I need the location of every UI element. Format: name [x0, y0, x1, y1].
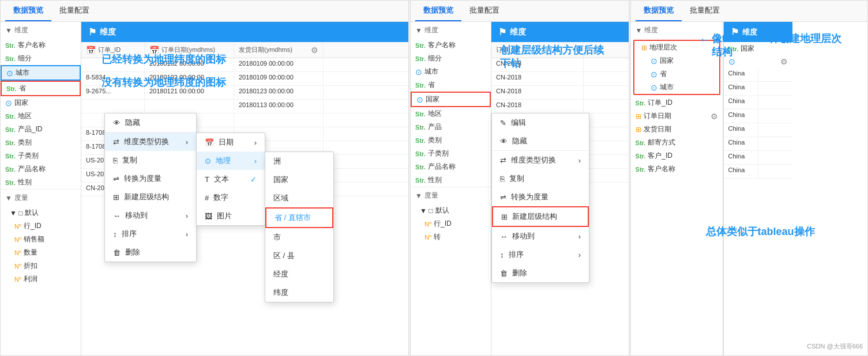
sidebar-item-gender-1[interactable]: Str. 性别: [1, 176, 81, 189]
dimension-icon: ⚑: [88, 26, 96, 37]
sidebar-item-region-2[interactable]: Str. 地区: [411, 107, 491, 120]
geo-province[interactable]: 省 / 直辖市: [265, 207, 333, 228]
menu-item-copy-2[interactable]: ⎘ 复制: [492, 169, 589, 188]
menu-item-new-hierarchy[interactable]: ⊞ 新建层级结构: [105, 188, 196, 206]
menu-item-type-switch[interactable]: ⇄ 维度类型切换 › 📅 日期 › ⊙ 地理 ›: [105, 132, 196, 151]
sidebar-item-segment-2[interactable]: Str. 细分: [411, 52, 491, 65]
geo-district[interactable]: 区 / 县: [265, 247, 333, 265]
tab-data-preview-1[interactable]: 数据预览: [5, 1, 51, 21]
sidebar-item-city-2[interactable]: ⊙ 城市: [411, 65, 491, 78]
hierarchy-child-province[interactable]: ⊙ 省: [634, 67, 719, 81]
folder-default-1[interactable]: ▼ □ 默认: [1, 206, 81, 219]
folder-default-2[interactable]: ▼ □ 默认: [411, 204, 491, 217]
sidebar-item-product-2[interactable]: Str. 产品: [411, 120, 491, 134]
str-icon: Str.: [415, 177, 426, 184]
sidebar-item-province-1[interactable]: Str. 省: [1, 81, 81, 96]
menu-item-sort[interactable]: ↕ 排序 ›: [105, 225, 196, 243]
sidebar-item-order-id-3[interactable]: Str. 订单_ID: [631, 96, 723, 109]
submenu-number[interactable]: # 数字: [197, 188, 265, 207]
exchange-icon: ⇌: [113, 175, 119, 183]
cell: 20180109 00:00:00: [234, 72, 324, 85]
tab-data-preview-2[interactable]: 数据预览: [415, 1, 461, 21]
geo-icon: ⊙: [651, 70, 657, 79]
str-icon: Str.: [636, 100, 646, 107]
tab-batch-config-2[interactable]: 批量配置: [461, 1, 508, 21]
sidebar-item-region-1[interactable]: Str. 地区: [1, 109, 81, 123]
sidebar-item-row-id-1[interactable]: Nº 行_ID: [1, 219, 81, 233]
menu-item-delete-2[interactable]: 🗑 删除: [492, 264, 589, 282]
hierarchy-child-city[interactable]: ⊙ 城市: [634, 81, 719, 94]
sidebar-item-customer-id-3[interactable]: Str. 客户_ID: [631, 149, 723, 162]
sidebar-item-order-date-3[interactable]: ⊞ 订单日期 ⚙: [631, 109, 723, 123]
geo-latitude[interactable]: 纬度: [265, 283, 333, 302]
submenu-image[interactable]: 🖼 图片: [197, 207, 265, 225]
menu-item-to-measure[interactable]: ⇌ 转换为度量: [105, 169, 196, 188]
sidebar-item-profit-1[interactable]: Nº 利润: [1, 272, 81, 286]
sidebar-item-quantity-1[interactable]: Nº 数量: [1, 246, 81, 259]
sidebar-item-category-1[interactable]: Str. 类别: [1, 136, 81, 149]
cell: [81, 100, 145, 113]
sidebar-item-ship-date-3[interactable]: ⊞ 发货日期: [631, 123, 723, 136]
menu-item-copy[interactable]: ⎘ 复制: [105, 151, 196, 169]
sidebar-item-country-2[interactable]: ⊙ 国家: [411, 92, 491, 107]
geo-region[interactable]: 区域: [265, 189, 333, 207]
geo-longitude[interactable]: 经度: [265, 265, 333, 283]
hierarchy-node-geo[interactable]: ⊞ 地理层次: [634, 41, 719, 54]
sidebar-item-sales-1[interactable]: Nº 销售额: [1, 233, 81, 246]
sidebar-item-province-2[interactable]: Str. 省: [411, 78, 491, 92]
gear-icon-1[interactable]: ⚙: [311, 46, 318, 55]
sidebar-item-convert-2[interactable]: Nº 转: [411, 230, 491, 244]
sidebar-item-customer-name-1[interactable]: Str. 客户名称: [1, 39, 81, 52]
gear-icon-4[interactable]: ⚙: [780, 57, 788, 66]
menu-item-edit[interactable]: ✎ 编辑: [492, 113, 589, 132]
menu-item-sort-2[interactable]: ↕ 排序 ›: [492, 245, 589, 264]
sidebar-item-discount-1[interactable]: Nº 折扣: [1, 259, 81, 272]
geo-country[interactable]: 国家: [265, 171, 333, 189]
submenu-geo[interactable]: ⊙ 地理 › 洲 国家 区域 省 / 直辖市 市 区 / 县 经度: [197, 152, 265, 170]
dim-panel-item-1[interactable]: Str. 国家: [724, 42, 792, 55]
sidebar-item-country-1[interactable]: ⊙ 国家: [1, 96, 81, 109]
sidebar-item-gender-2[interactable]: Str. 性别: [411, 173, 491, 187]
table-row: CN-2018: [491, 86, 629, 100]
sidebar-item-product-id-1[interactable]: Str. 产品_ID: [1, 123, 81, 136]
geo-city[interactable]: 市: [265, 228, 333, 247]
str-icon: Str.: [5, 166, 16, 173]
sidebar-item-city-1[interactable]: ⊙ 城市: [1, 65, 81, 81]
sidebar-item-subcategory-2[interactable]: Str. 子类别: [411, 147, 491, 160]
menu-item-delete[interactable]: 🗑 删除: [105, 243, 196, 262]
sidebar-item-row-id-2[interactable]: Nº 行_ID: [411, 217, 491, 230]
geo-icon: ⊙: [728, 57, 735, 66]
menu-item-to-measure-2[interactable]: ⇌ 转换为度量: [492, 188, 589, 206]
menu-item-move[interactable]: ↔ 移动到 ›: [105, 206, 196, 225]
geo-icon: ⊙: [416, 95, 423, 104]
dim-panel-item-2[interactable]: ⊙ ⚙: [724, 55, 792, 68]
menu-item-new-hierarchy-2[interactable]: ⊞ 新建层级结构: [492, 206, 589, 227]
tab-data-preview-3[interactable]: 数据预览: [636, 1, 682, 21]
sidebar-item-customer-name-2[interactable]: Str. 客户名称: [411, 39, 491, 52]
triangle-icon-m2: ▼: [415, 192, 422, 200]
tab-batch-config-1[interactable]: 批量配置: [51, 1, 97, 21]
tab-batch-config-3[interactable]: 批量配置: [682, 1, 728, 21]
hierarchy-child-country[interactable]: ⊙ 国家: [634, 54, 719, 67]
geo-continent[interactable]: 洲: [265, 152, 333, 171]
menu-item-move-2[interactable]: ↔ 移动到 ›: [492, 227, 589, 245]
menu-item-hide-2[interactable]: 👁 隐藏: [492, 132, 589, 151]
sidebar-item-category-2[interactable]: Str. 类别: [411, 134, 491, 147]
submenu-text[interactable]: T 文本 ✓: [197, 170, 265, 188]
str-icon: Str.: [415, 124, 426, 131]
menu-item-type-switch-2[interactable]: ⇄ 维度类型切换 ›: [492, 151, 589, 169]
hierarchy-group: ⊞ 地理层次 ⊙ 国家 ⊙ 省 ⊙ 城市: [633, 40, 720, 95]
menu-item-hide[interactable]: 👁 隐藏: [105, 113, 196, 132]
sidebar-item-customer-name-3[interactable]: Str. 客户名称: [631, 162, 723, 176]
sidebar-item-product-name-1[interactable]: Str. 产品名称: [1, 162, 81, 176]
table-row: CN-2018: [491, 100, 629, 113]
cell: China: [724, 165, 758, 178]
sidebar-item-segment-1[interactable]: Str. 细分: [1, 52, 81, 65]
context-menu-2: ✎ 编辑 👁 隐藏 ⇄ 维度类型切换 › ⎘ 复制 ⇌ 转换为度量 ⊞: [491, 113, 589, 283]
gear-icon-3[interactable]: ⚙: [711, 112, 718, 121]
sidebar-item-product-name-2[interactable]: Str. 产品名称: [411, 160, 491, 173]
submenu-date[interactable]: 📅 日期 ›: [197, 133, 265, 152]
context-menu-1: 👁 隐藏 ⇄ 维度类型切换 › 📅 日期 › ⊙ 地理: [104, 113, 197, 262]
sidebar-item-mail-method-3[interactable]: Str. 邮寄方式: [631, 136, 723, 149]
sidebar-item-subcategory-1[interactable]: Str. 子类别: [1, 149, 81, 162]
